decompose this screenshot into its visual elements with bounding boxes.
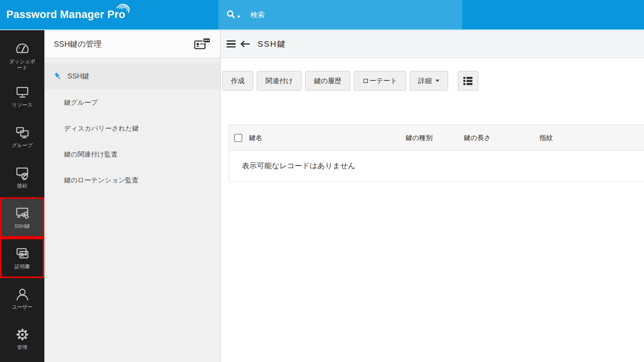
sidebar-item-certificates[interactable]: 証明書 <box>0 238 44 278</box>
panel-item-label: 鍵の関連付け監査 <box>64 150 118 159</box>
panel-item-label: ディスカバリーされた鍵 <box>64 124 139 133</box>
password-manager-pro-app: Password Manager Pro 検索 <box>0 0 644 362</box>
global-search-input[interactable]: 検索 <box>218 0 462 29</box>
sidebar-item-resources[interactable]: リソース <box>0 76 44 116</box>
list-view-icon <box>463 77 472 85</box>
gauge-icon <box>14 41 31 56</box>
panel-header: SSH鍵の管理 <box>44 30 220 58</box>
panel-item-key-rotation-audit[interactable]: 鍵のローテンション監査 <box>44 167 220 193</box>
ssh-keys-table: 鍵名 鍵の種別 鍵の長さ 指紋 表示可能なレコードはありません <box>229 125 644 182</box>
create-button[interactable]: 作成 <box>222 71 253 91</box>
search-scope-caret-icon[interactable] <box>237 16 240 18</box>
column-header-fingerprint: 指紋 <box>540 133 644 142</box>
panel-item-label: SSH鍵 <box>68 71 89 81</box>
sidebar-item-connections[interactable]: 接続 <box>0 157 44 197</box>
certificate-icon <box>14 246 31 261</box>
panel-item-discovered-keys[interactable]: ディスカバリーされた鍵 <box>44 115 220 141</box>
sidebar-item-dashboard[interactable]: ダッシュボード <box>0 36 44 76</box>
sidebar-item-label: 証明書 <box>15 264 30 270</box>
column-header-key-name: 鍵名 <box>249 133 406 142</box>
menu-toggle-icon[interactable] <box>226 39 236 49</box>
search-placeholder: 検索 <box>251 10 265 20</box>
select-all-checkbox[interactable] <box>234 134 242 142</box>
panel-item-ssh-keys[interactable]: SSH鍵 <box>44 63 220 89</box>
panel-title: SSH鍵の管理 <box>54 39 194 49</box>
table-empty-row: 表示可能なレコードはありません <box>229 151 644 182</box>
sidebar-item-groups[interactable]: グループ <box>0 116 44 157</box>
search-icon <box>226 10 236 20</box>
panel-item-label: 鍵グループ <box>64 98 98 107</box>
monitor-icon <box>14 85 31 100</box>
sidebar: ダッシュボード リソース グループ <box>0 30 44 362</box>
panel-item-label: 鍵のローテンション監査 <box>64 176 139 185</box>
key-history-button[interactable]: 鍵の履歴 <box>305 71 350 91</box>
toolbar: 作成 関連付け 鍵の履歴 ローテート 詳細 <box>222 71 644 91</box>
user-icon <box>14 287 31 302</box>
sidebar-item-label: グループ <box>12 142 33 149</box>
sidebar-item-label: SSH鍵 <box>15 223 30 229</box>
page-title: SSH鍵 <box>258 38 286 49</box>
associate-button[interactable]: 関連付け <box>257 71 302 91</box>
panel-item-key-association-audit[interactable]: 鍵の関連付け監査 <box>44 141 220 167</box>
logo-text: Password Manager <box>6 9 104 21</box>
column-header-key-length: 鍵の長さ <box>464 133 540 142</box>
empty-message: 表示可能なレコードはありません <box>242 161 355 171</box>
sidebar-item-label: ダッシュボード <box>7 58 38 71</box>
topbar: Password Manager Pro 検索 <box>0 0 644 30</box>
details-dropdown-button[interactable]: 詳細 <box>410 71 448 91</box>
ssh-key-icon <box>14 206 31 221</box>
monitors-icon <box>14 125 31 140</box>
logo-suffix: Pro <box>107 9 125 21</box>
table-header-row: 鍵名 鍵の種別 鍵の長さ 指紋 <box>229 125 644 151</box>
app-logo: Password Manager Pro <box>6 0 125 29</box>
sidebar-item-users[interactable]: ユーザー <box>0 278 44 318</box>
ssh-keys-panel: SSH鍵の管理 SSH鍵 <box>44 30 221 362</box>
sidebar-item-ssh-keys[interactable]: SSH鍵 <box>0 197 44 238</box>
logo-swoosh-icon <box>116 3 132 15</box>
sidebar-item-label: 管理 <box>17 344 27 351</box>
column-header-key-type: 鍵の種別 <box>406 133 464 142</box>
rotate-button[interactable]: ローテート <box>354 71 406 91</box>
sidebar-item-label: ユーザー <box>12 304 33 310</box>
connection-icon <box>14 166 31 180</box>
back-arrow-icon[interactable] <box>239 39 251 49</box>
chevron-down-icon <box>435 80 439 82</box>
feedback-card-icon[interactable] <box>194 37 211 51</box>
sidebar-item-label: 接続 <box>17 183 27 189</box>
sidebar-item-label: リソース <box>12 102 33 108</box>
panel-item-key-groups[interactable]: 鍵グループ <box>44 89 220 115</box>
main-titlebar: SSH鍵 <box>221 30 644 58</box>
pushpin-icon <box>53 71 62 81</box>
main-content: SSH鍵 作成 関連付け 鍵の履歴 ローテート 詳細 <box>221 30 644 362</box>
list-view-button[interactable] <box>458 71 478 91</box>
gear-icon <box>14 327 31 342</box>
sidebar-item-admin[interactable]: 管理 <box>0 318 44 359</box>
